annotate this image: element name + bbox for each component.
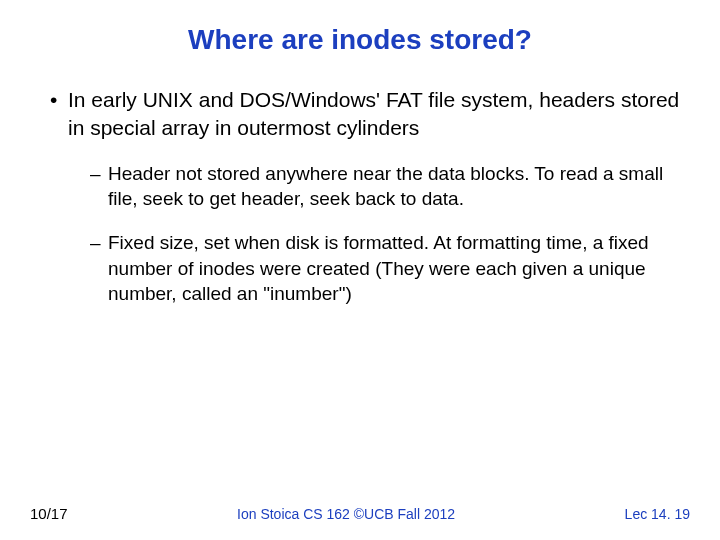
bullet-text: Fixed size, set when disk is formatted. … [108, 232, 649, 304]
slide-title: Where are inodes stored? [30, 24, 690, 56]
footer-date: 10/17 [30, 505, 68, 522]
footer: 10/17 Ion Stoica CS 162 ©UCB Fall 2012 L… [0, 505, 720, 522]
slide: Where are inodes stored? In early UNIX a… [0, 0, 720, 540]
bullet-level2: Header not stored anywhere near the data… [90, 161, 690, 212]
footer-attribution: Ion Stoica CS 162 ©UCB Fall 2012 [237, 506, 455, 522]
bullet-level1: In early UNIX and DOS/Windows' FAT file … [50, 86, 690, 143]
bullet-text: In early UNIX and DOS/Windows' FAT file … [68, 88, 679, 139]
bullet-text: Header not stored anywhere near the data… [108, 163, 663, 210]
bullet-level2: Fixed size, set when disk is formatted. … [90, 230, 690, 307]
footer-slide-number: Lec 14. 19 [625, 506, 690, 522]
